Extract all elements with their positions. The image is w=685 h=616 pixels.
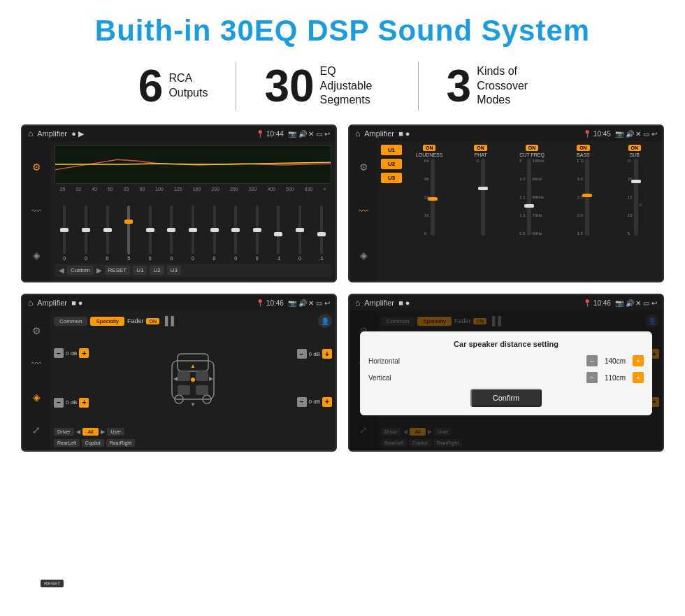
cross-u3-btn[interactable]: U3 xyxy=(381,173,402,183)
spk1-driver-btn[interactable]: Driver xyxy=(54,428,74,436)
dialog-horizontal-plus[interactable]: + xyxy=(633,355,644,366)
page-title: Buith-in 30EQ DSP Sound System xyxy=(21,14,664,48)
spk1-fader-bars: ▐▐ xyxy=(162,316,174,326)
spk1-all-btn[interactable]: All xyxy=(82,428,99,436)
cross-main-content: U1 U2 U3 ON LOUDNESS 64 xyxy=(377,141,663,281)
cross-sidebar-speaker-icon[interactable]: ◈ xyxy=(360,250,368,261)
spk1-db3-control: − 0 dB + xyxy=(297,349,332,359)
spk1-db2-control: − 0 dB + xyxy=(54,398,89,408)
eq-sliders-container: 0 0 0 5 xyxy=(55,194,331,261)
screen-crossover: ⌂ Amplifier ■ ● 📍 10:45 📷 🔊 ✕ ▭ ↩ ⚙ 〰 ◈ … xyxy=(348,124,664,282)
dialog-horizontal-minus[interactable]: − xyxy=(586,355,598,366)
spk1-fader-row: Fader ON ▐▐ xyxy=(127,316,174,326)
spk2-home-icon: ⌂ xyxy=(355,298,360,308)
spk1-arrows-icon[interactable]: ⤢ xyxy=(32,424,41,436)
stat-eq-number: 30 xyxy=(264,64,314,108)
eq-custom-btn[interactable]: Custom xyxy=(67,266,94,275)
spk1-eq-icon[interactable]: ⚙ xyxy=(32,325,41,336)
dialog-vertical-minus[interactable]: − xyxy=(586,372,598,383)
dialog-vertical-plus[interactable]: + xyxy=(633,372,644,383)
stat-rca-number: 6 xyxy=(138,64,164,108)
spk1-status-icons: 📷 🔊 ✕ ▭ ↩ xyxy=(288,299,330,307)
eq-slider-3: 0 xyxy=(97,206,117,261)
spk1-db3-plus[interactable]: + xyxy=(322,349,332,359)
spk1-right-arrow[interactable]: ▶ xyxy=(101,429,105,435)
spk1-db2-val: 0 dB xyxy=(66,399,77,406)
cross-sidebar-eq-icon[interactable]: ⚙ xyxy=(359,162,368,173)
spk1-wave-icon[interactable]: 〰 xyxy=(31,358,41,369)
eq-slider-2: 0 xyxy=(76,206,96,261)
spk1-db1-plus[interactable]: + xyxy=(79,348,89,358)
spk1-db1-minus[interactable]: − xyxy=(54,348,64,358)
eq-slider-9: 0 xyxy=(226,206,246,261)
cross-sidebar-wave-icon[interactable]: 〰 xyxy=(359,206,368,217)
svg-text:◀: ◀ xyxy=(173,375,178,382)
dialog-vertical-label: Vertical xyxy=(368,374,410,382)
eq-sidebar: ⚙ 〰 ◈ xyxy=(22,141,50,281)
cross-status-icons: 📷 🔊 ✕ ▭ ↩ xyxy=(615,130,657,138)
spk1-db2-minus[interactable]: − xyxy=(54,398,64,408)
dialog-overlay: Car speaker distance setting Horizontal … xyxy=(349,310,663,450)
eq-sidebar-eq-icon[interactable]: ⚙ xyxy=(32,162,41,173)
svg-text:▼: ▼ xyxy=(190,401,196,408)
spk1-left-arrow[interactable]: ◀ xyxy=(76,429,80,435)
eq-u1-btn[interactable]: U1 xyxy=(133,266,147,275)
spk1-common-tab[interactable]: Common xyxy=(54,317,87,326)
spk1-sidebar: ⚙ 〰 ◈ ⤢ xyxy=(22,310,50,450)
eq-u3-btn[interactable]: U3 xyxy=(167,266,181,275)
eq-next-icon[interactable]: ▶ xyxy=(96,266,102,274)
spk1-bottom-row2: RearLeft Copilot RearRight xyxy=(54,439,332,447)
eq-freq-labels: 2532405063 80100125160200 25032040050063… xyxy=(55,187,331,192)
spk1-person-icon: 👤 xyxy=(321,317,329,325)
svg-rect-8 xyxy=(178,371,190,381)
spk1-top-row: Common Specialty Fader ON ▐▐ 👤 xyxy=(54,314,332,328)
spk1-right-controls: − 0 dB + − 0 dB + xyxy=(297,330,332,426)
dialog-vertical-value: 110cm xyxy=(601,374,629,382)
spk2-status-title: Amplifier ■ ● xyxy=(364,299,579,307)
screens-grid: ⌂ Amplifier ● ▶ 📍 10:44 📷 🔊 ✕ ▭ ↩ ⚙ 〰 ◈ xyxy=(21,124,664,452)
cross-u1-btn[interactable]: U1 xyxy=(381,145,402,155)
spk1-db3-val: 0 dB xyxy=(309,351,320,357)
spk1-db3-minus[interactable]: − xyxy=(297,349,307,359)
dialog-horizontal-label: Horizontal xyxy=(368,357,410,365)
spk1-home-icon: ⌂ xyxy=(28,298,33,308)
eq-slider-5: 0 xyxy=(140,206,160,261)
spk1-user-btn[interactable]: User xyxy=(107,428,124,436)
stat-rca-label: RCAOutputs xyxy=(168,71,208,101)
stat-crossover-label: Kinds ofCrossover Modes xyxy=(477,64,547,108)
screen-speaker1: ⌂ Amplifier ■ ● 📍 10:46 📷 🔊 ✕ ▭ ↩ ⚙ 〰 ◈ … xyxy=(21,294,337,452)
spk1-rearleft-btn[interactable]: RearLeft xyxy=(54,439,80,447)
spk1-db4-val: 0 dB xyxy=(309,399,320,405)
car-svg: ▲ ▼ ◀ ▶ xyxy=(165,343,221,413)
eq-sidebar-speaker-icon[interactable]: ◈ xyxy=(33,250,41,261)
eq-u2-btn[interactable]: U2 xyxy=(150,266,164,275)
eq-slider-7: 0 xyxy=(183,206,203,261)
eq-sidebar-wave-icon[interactable]: 〰 xyxy=(31,206,41,217)
stat-rca: 6 RCAOutputs xyxy=(110,64,236,108)
eq-reset-btn[interactable]: RESET xyxy=(105,266,131,275)
spk1-settings-btn[interactable]: 👤 xyxy=(318,314,332,328)
spk1-status-title: Amplifier ■ ● xyxy=(37,299,252,307)
cross-sidebar: ⚙ 〰 ◈ xyxy=(349,141,377,281)
spk1-db2-plus[interactable]: + xyxy=(79,398,89,408)
dialog-confirm-button[interactable]: Confirm xyxy=(470,389,542,407)
spk1-db4-minus[interactable]: − xyxy=(297,397,307,407)
spk1-speaker-icon[interactable]: ◈ xyxy=(33,392,41,403)
eq-bottom-bar: ◀ Custom ▶ RESET U1 U2 U3 xyxy=(55,264,331,277)
cross-bass-channel: ON BASS F G 3.0 2.5 2.0 1.5 xyxy=(558,145,607,278)
svg-text:▲: ▲ xyxy=(190,363,196,369)
spk1-db4-plus[interactable]: + xyxy=(322,397,332,407)
eq-main-content: 2532405063 80100125160200 25032040050063… xyxy=(50,141,336,281)
distance-dialog: Car speaker distance setting Horizontal … xyxy=(360,331,652,415)
spk1-db4-control: − 0 dB + xyxy=(297,397,332,407)
spk1-copilot-btn[interactable]: Copilot xyxy=(82,439,104,447)
svg-rect-11 xyxy=(196,385,208,395)
eq-slider-4: 5 xyxy=(119,206,139,261)
spk1-specialty-tab[interactable]: Specialty xyxy=(90,317,124,326)
spk1-car-diagram: ▲ ▼ ◀ ▶ xyxy=(92,330,294,426)
cross-time: 📍 10:45 xyxy=(583,130,611,138)
eq-prev-icon[interactable]: ◀ xyxy=(59,266,64,274)
spk1-rearright-btn[interactable]: RearRight xyxy=(106,439,136,447)
svg-point-12 xyxy=(191,378,195,382)
cross-u2-btn[interactable]: U2 xyxy=(381,159,402,169)
